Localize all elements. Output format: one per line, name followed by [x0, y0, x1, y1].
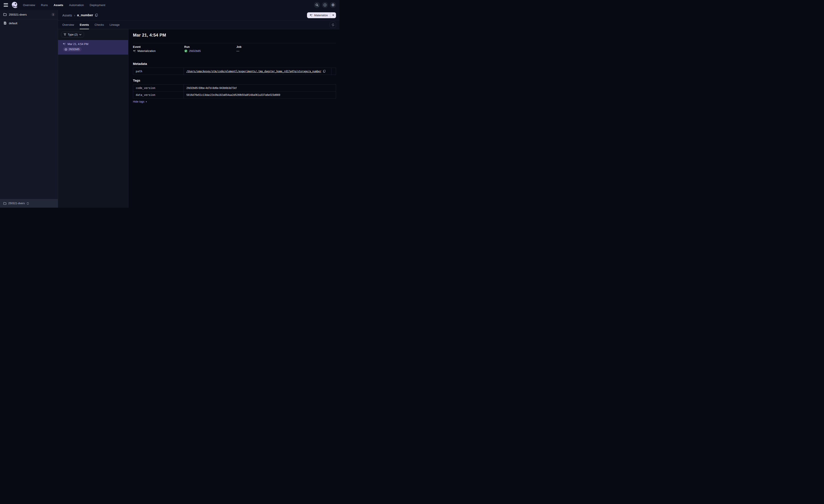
top-nav: Overview Runs Assets Automation Deployme… — [0, 0, 339, 10]
metadata-path-link[interactable]: /Users/smackesey/stm/code/elementl/exper… — [186, 70, 321, 73]
materialize-button[interactable]: Materialize — [307, 12, 330, 18]
sidebar-item-group-default[interactable]: default — [0, 19, 58, 27]
sidebar-footer-repo[interactable]: 250321-dvers — [0, 199, 58, 208]
search-icon — [315, 3, 319, 7]
settings-button[interactable]: ⚙ — [330, 2, 336, 8]
folder-icon — [3, 202, 6, 205]
event-type-filter-button[interactable]: Type (2) — [61, 32, 84, 37]
copy-asset-name-button[interactable] — [95, 14, 98, 17]
nav-item-automation[interactable]: Automation — [69, 3, 84, 7]
metadata-heading: Metadata — [133, 62, 336, 66]
run-value: 2fd32b85 — [184, 49, 236, 52]
event-run-pill[interactable]: 2fd32b85 — [63, 47, 82, 51]
dagster-logo[interactable] — [11, 1, 19, 9]
page-title: a_number — [77, 13, 93, 17]
refresh-events-button[interactable] — [330, 22, 336, 28]
tag-key: data_version — [133, 92, 184, 98]
breadcrumb-assets-link[interactable]: Assets — [62, 13, 72, 17]
asset-count-badge: 1 — [51, 13, 55, 16]
breadcrumb: Assets › a_number — [58, 10, 339, 20]
table-row: code_version 2fd32b85-59be-4d7d-8d6e-943… — [133, 85, 336, 92]
hide-tags-link[interactable]: Hide tags ▲ — [133, 100, 147, 103]
folder-icon — [3, 13, 7, 16]
chevron-down-icon — [79, 34, 81, 35]
tag-value: 2fd32b85-59be-4d7d-8d6e-943b6b3d73cf — [186, 87, 236, 90]
asset-header: Assets › a_number — [58, 10, 339, 29]
copy-icon — [95, 14, 98, 17]
materialize-dropdown-button[interactable] — [330, 12, 336, 18]
metadata-key: path — [133, 68, 184, 75]
event-list-panel: Type (2) Mar 21, 4:54 PM — [58, 29, 128, 208]
materialize-split-button: Materialize — [307, 12, 336, 18]
footer-repo-name: 250321-dvers — [8, 202, 25, 205]
event-type-text: Materialization — [137, 49, 156, 52]
metadata-table: path /Users/smackesey/stm/code/elementl/… — [133, 68, 336, 75]
materialization-sparkle-icon — [63, 42, 66, 46]
reload-icon[interactable] — [26, 202, 29, 205]
help-button[interactable]: ? — [322, 2, 328, 8]
chevron-down-icon — [332, 15, 334, 16]
run-success-icon — [184, 49, 188, 52]
tag-value: 5816d76e51c13dac22e3fa182a654aa2d526fb50… — [186, 94, 280, 97]
tab-overview[interactable]: Overview — [62, 21, 74, 29]
metadata-action-cell — [331, 68, 336, 75]
tags-heading: Tags — [133, 79, 336, 82]
hamburger-menu-icon[interactable] — [2, 1, 9, 9]
primary-nav: Overview Runs Assets Automation Deployme… — [23, 3, 105, 7]
tab-lineage[interactable]: Lineage — [110, 21, 119, 29]
search-button[interactable] — [314, 2, 320, 8]
nav-item-assets[interactable]: Assets — [54, 3, 63, 7]
job-value-text: — — [236, 49, 239, 52]
nav-item-runs[interactable]: Runs — [41, 3, 48, 7]
materialization-sparkle-icon — [133, 49, 136, 52]
sidebar-item-repo[interactable]: 250321-dvers 1 — [0, 10, 58, 19]
event-list-item-selected[interactable]: Mar 21, 4:54 PM 2fd32b85 — [58, 40, 128, 55]
asset-catalog-sidebar: 250321-dvers 1 default 250321-dvers — [0, 10, 58, 208]
nav-item-overview[interactable]: Overview — [23, 3, 35, 7]
event-detail-title: Mar 21, 4:54 PM — [133, 33, 336, 38]
nav-item-deployment[interactable]: Deployment — [90, 3, 105, 7]
event-detail-panel: Mar 21, 4:54 PM Event Run Job Materializ… — [128, 29, 339, 208]
materialize-label: Materialize — [314, 14, 328, 17]
repo-name: 250321-dvers — [9, 13, 49, 16]
event-run-id: 2fd32b85 — [69, 48, 80, 51]
help-icon: ? — [323, 3, 326, 6]
table-row: data_version 5816d76e51c13dac22e3fa182a6… — [133, 92, 336, 98]
table-row: path /Users/smackesey/stm/code/elementl/… — [133, 68, 336, 75]
asset-tabs: Overview Events Checks Lineage — [58, 20, 339, 29]
tags-table: code_version 2fd32b85-59be-4d7d-8d6e-943… — [133, 84, 336, 98]
event-timestamp: Mar 21, 4:54 PM — [68, 42, 88, 46]
breadcrumb-separator: › — [74, 13, 75, 17]
event-type-value: Materialization — [133, 49, 184, 52]
run-column-label: Run — [184, 45, 236, 49]
tag-key: code_version — [133, 85, 184, 91]
refresh-icon — [331, 23, 334, 26]
copy-path-button[interactable] — [323, 70, 326, 73]
run-status-icon — [65, 48, 67, 51]
tab-events[interactable]: Events — [80, 21, 89, 29]
job-column-label: Job — [236, 45, 336, 49]
gear-icon: ⚙ — [331, 3, 334, 7]
chevron-up-icon: ▲ — [145, 101, 147, 103]
run-id-link[interactable]: 2fd32b85 — [189, 49, 201, 52]
asset-group-icon — [3, 21, 7, 25]
event-summary-grid: Event Run Job Materialization — [133, 45, 336, 52]
hide-tags-label: Hide tags — [133, 100, 144, 103]
filter-label: Type (2) — [68, 33, 78, 36]
tab-checks[interactable]: Checks — [95, 21, 104, 29]
copy-icon — [323, 70, 326, 73]
event-column-label: Event — [133, 45, 184, 49]
materialize-sparkle-icon — [309, 14, 313, 17]
job-value: — — [236, 49, 336, 52]
filter-funnel-icon — [64, 33, 66, 36]
group-name: default — [9, 22, 17, 25]
